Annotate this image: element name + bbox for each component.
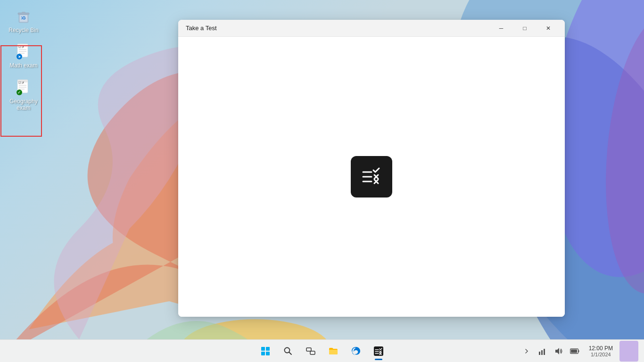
notification-button[interactable]	[619, 341, 638, 362]
geography-exam-icon-item[interactable]: ☑ ✗ ✓ Geography exam	[5, 76, 42, 114]
svg-line-40	[289, 352, 292, 354]
file-explorer-button[interactable]	[323, 341, 344, 362]
take-a-test-window: Take a Test ─ □ ✕	[178, 20, 565, 317]
taskbar-right: 12:00 PM 1/1/2024	[519, 341, 638, 362]
maximize-button[interactable]: □	[514, 21, 536, 36]
svg-rect-37	[261, 352, 265, 355]
svg-text:☑: ☑	[18, 81, 21, 84]
window-titlebar: Take a Test ─ □ ✕	[178, 20, 565, 37]
geography-exam-label: Geography exam	[7, 98, 41, 112]
svg-rect-51	[539, 352, 540, 355]
edge-browser-button[interactable]	[346, 341, 366, 362]
window-body	[178, 37, 565, 317]
svg-text:✓: ✓	[17, 90, 21, 95]
search-button[interactable]	[278, 341, 298, 362]
svg-rect-41	[306, 348, 311, 351]
svg-text:✗: ✗	[22, 81, 25, 84]
take-a-test-icon	[351, 156, 392, 197]
window-title: Take a Test	[186, 25, 217, 32]
time-display: 12:00 PM	[589, 345, 613, 352]
svg-rect-38	[266, 352, 270, 355]
svg-rect-57	[578, 350, 579, 352]
svg-rect-58	[571, 349, 577, 353]
svg-rect-43	[374, 346, 383, 356]
svg-point-4	[595, 9, 644, 298]
svg-rect-53	[544, 349, 545, 355]
recycle-bin-icon-item[interactable]: ♻ Recycle Bin	[5, 5, 42, 35]
svg-rect-35	[261, 347, 265, 351]
math-exam-icon: ☑ ✗ ➤	[14, 42, 33, 61]
geography-exam-icon: ☑ ✗ ✓	[14, 78, 33, 97]
take-a-test-taskbar-button[interactable]	[368, 341, 389, 362]
desktop-icons: ♻ Recycle Bin ☑	[0, 0, 47, 123]
svg-text:✗: ✗	[22, 45, 25, 49]
network-icon[interactable]	[535, 341, 550, 362]
desktop: ♻ Recycle Bin ☑	[0, 0, 644, 362]
svg-rect-42	[310, 351, 315, 354]
svg-point-39	[285, 347, 290, 353]
system-tray	[519, 341, 582, 362]
svg-text:➤: ➤	[18, 55, 21, 59]
battery-icon[interactable]	[567, 341, 582, 362]
show-hidden-icons-button[interactable]	[519, 341, 534, 362]
taskbar-center	[255, 341, 389, 362]
math-exam-label: Math exam	[9, 62, 37, 69]
start-button[interactable]	[255, 341, 276, 362]
svg-point-2	[180, 319, 330, 339]
window-controls: ─ □ ✕	[490, 21, 559, 36]
recycle-bin-icon: ♻	[14, 7, 33, 25]
clock[interactable]: 12:00 PM 1/1/2024	[585, 341, 617, 362]
svg-marker-55	[555, 348, 559, 354]
svg-text:☑: ☑	[18, 45, 21, 49]
taskbar: 12:00 PM 1/1/2024	[0, 339, 644, 362]
date-display: 1/1/2024	[591, 352, 611, 357]
svg-rect-8	[22, 12, 25, 13]
svg-rect-36	[266, 347, 270, 351]
volume-icon[interactable]	[551, 341, 566, 362]
minimize-button[interactable]: ─	[490, 21, 512, 36]
svg-rect-52	[541, 350, 543, 355]
close-button[interactable]: ✕	[537, 21, 559, 36]
math-exam-icon-item[interactable]: ☑ ✗ ➤ Math exam	[5, 40, 42, 71]
task-view-button[interactable]	[300, 341, 321, 362]
recycle-bin-label: Recycle Bin	[8, 27, 38, 33]
